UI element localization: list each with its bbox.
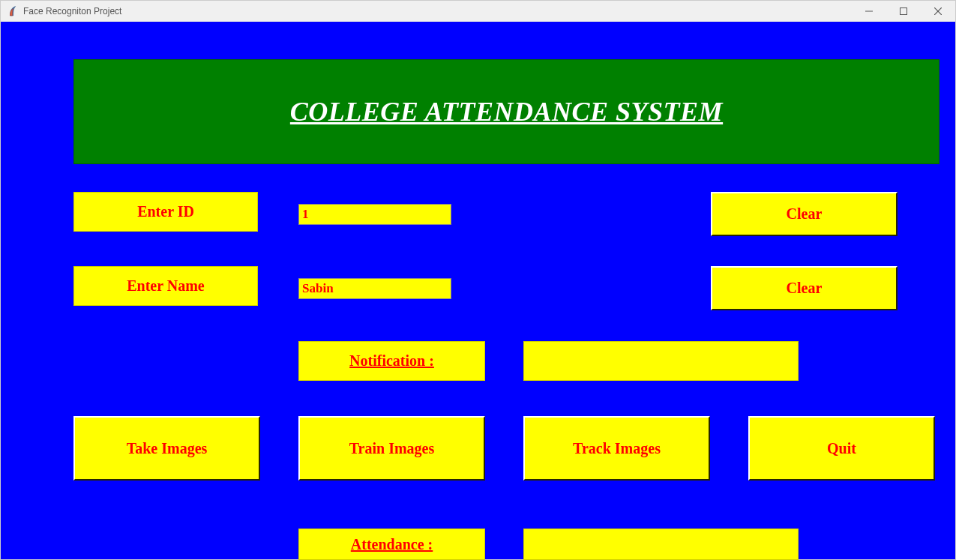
button-label: Train Images bbox=[349, 440, 435, 457]
window-minimize-button[interactable] bbox=[852, 1, 886, 22]
title-text: COLLEGE ATTENDANCE SYSTEM bbox=[290, 96, 723, 127]
window-title: Face Recogniton Project bbox=[23, 6, 121, 16]
notification-output bbox=[523, 341, 799, 381]
clear-id-button[interactable]: Clear bbox=[711, 192, 898, 236]
button-label: Take Images bbox=[127, 440, 208, 457]
track-images-button[interactable]: Track Images bbox=[523, 416, 710, 481]
tk-feather-icon bbox=[7, 5, 19, 17]
train-images-button[interactable]: Train Images bbox=[298, 416, 485, 481]
button-label: Clear bbox=[787, 280, 823, 297]
window-maximize-button[interactable] bbox=[886, 1, 921, 22]
window-close-button[interactable] bbox=[921, 1, 955, 22]
button-label: Track Images bbox=[573, 440, 661, 457]
titlebar: Face Recogniton Project bbox=[1, 1, 955, 22]
title-banner: COLLEGE ATTENDANCE SYSTEM bbox=[73, 59, 940, 164]
clear-name-button[interactable]: Clear bbox=[711, 266, 898, 310]
id-input[interactable]: 1 bbox=[298, 204, 451, 225]
label-text: Enter ID bbox=[137, 203, 194, 220]
client-area: COLLEGE ATTENDANCE SYSTEM Enter ID 1 Cle… bbox=[1, 22, 955, 559]
label-text: Enter Name bbox=[127, 277, 205, 295]
button-label: Quit bbox=[827, 440, 856, 457]
attendance-output bbox=[523, 529, 799, 560]
name-input[interactable]: Sabin bbox=[298, 278, 451, 299]
label-text: Attendance : bbox=[351, 536, 433, 553]
enter-name-label: Enter Name bbox=[73, 266, 258, 306]
enter-id-label: Enter ID bbox=[73, 192, 258, 232]
take-images-button[interactable]: Take Images bbox=[73, 416, 260, 481]
input-value: 1 bbox=[302, 207, 309, 222]
label-text: Notification : bbox=[349, 352, 434, 370]
svg-rect-1 bbox=[901, 7, 907, 14]
quit-button[interactable]: Quit bbox=[748, 416, 935, 481]
app-window: Face Recogniton Project COLLEGE ATTENDAN… bbox=[0, 0, 956, 560]
attendance-label: Attendance : bbox=[298, 529, 485, 560]
input-value: Sabin bbox=[302, 281, 334, 296]
notification-label: Notification : bbox=[298, 341, 485, 381]
button-label: Clear bbox=[787, 205, 823, 223]
